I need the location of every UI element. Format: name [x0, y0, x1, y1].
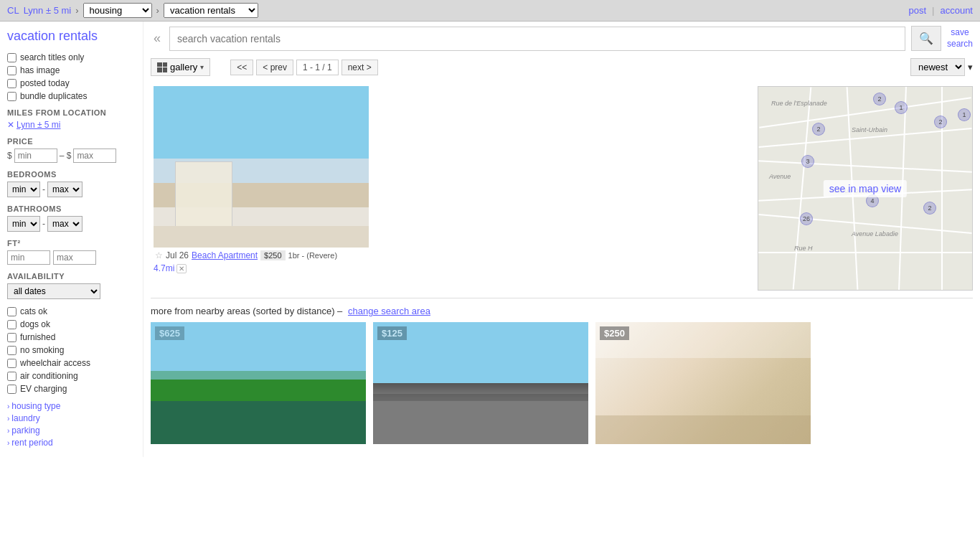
posted-today-label[interactable]: posted today: [20, 78, 70, 88]
location-tag-link[interactable]: Lynn ± 5 mi: [17, 120, 61, 130]
change-search-area-link[interactable]: change search area: [348, 306, 430, 316]
bedrooms-range: min - max: [7, 182, 136, 197]
cats-ok-checkbox[interactable]: [7, 307, 17, 316]
sort-caret-icon: ▾: [968, 62, 973, 72]
first-page-button[interactable]: <<: [230, 60, 253, 75]
nearby-card-3: $250: [595, 322, 811, 444]
category-dropdown[interactable]: housingapartmentsroomssublets: [83, 3, 152, 18]
parking-arrow-icon: ›: [7, 427, 9, 435]
gallery-label: gallery: [170, 62, 197, 72]
prev-page-button[interactable]: < prev: [256, 60, 293, 75]
price-min-input[interactable]: [14, 149, 57, 163]
separator1: ›: [75, 5, 78, 16]
price-max-input[interactable]: [73, 149, 116, 163]
cats-ok-label[interactable]: cats ok: [20, 306, 47, 316]
nearby-card-1-image[interactable]: $625: [151, 322, 366, 444]
search-icon: 🔍: [919, 32, 933, 44]
map-view-link[interactable]: see in map view: [824, 180, 907, 197]
ft2-min-input[interactable]: [7, 250, 50, 265]
search-titles-label[interactable]: search titles only: [20, 52, 84, 62]
no-smoking-checkbox[interactable]: [7, 346, 17, 355]
location-link[interactable]: Lynn ± 5 mi: [24, 5, 72, 16]
listing-title-link[interactable]: Beach Apartment: [192, 250, 258, 260]
gallery-caret-icon: ▾: [200, 63, 204, 71]
account-link[interactable]: account: [940, 5, 973, 16]
subcategory-dropdown[interactable]: vacation rentalsshort-term rentalslong-t…: [164, 3, 258, 18]
save-search-button[interactable]: save search: [947, 27, 973, 50]
ft2-max-input[interactable]: [53, 250, 96, 265]
bathrooms-label: BATHROOMS: [7, 204, 136, 213]
location-x-icon[interactable]: ✕: [7, 120, 14, 130]
cl-logo[interactable]: CL: [7, 5, 19, 16]
filter-has-image: has image: [7, 65, 136, 75]
section-divider: [151, 298, 973, 298]
nearby-section: more from nearby areas (sorted by distan…: [151, 306, 973, 451]
listings-grid: $250 ☆ Jul 26 Beach Apartment $250 1br -…: [151, 83, 750, 276]
bedrooms-max-select[interactable]: max: [47, 182, 83, 197]
listing-price-label: $250: [260, 250, 285, 260]
map-street-label2: Saint-Urbain: [852, 126, 887, 133]
wheelchair-label[interactable]: wheelchair access: [20, 358, 90, 368]
laundry-arrow-icon: ›: [7, 415, 9, 423]
filter-posted-today: posted today: [7, 78, 136, 88]
filter-furnished: furnished: [7, 332, 136, 342]
dogs-ok-label[interactable]: dogs ok: [20, 319, 50, 329]
listing-favorite-icon[interactable]: ☆: [155, 250, 163, 260]
ac-checkbox[interactable]: [7, 372, 17, 381]
search-input[interactable]: [169, 27, 905, 51]
separator2: ›: [156, 5, 159, 16]
search-button[interactable]: 🔍: [911, 26, 941, 51]
map-dot: 2: [812, 123, 825, 136]
no-smoking-label[interactable]: no smoking: [20, 345, 64, 355]
furnished-label[interactable]: furnished: [20, 332, 55, 342]
posted-today-checkbox[interactable]: [7, 79, 17, 88]
nearby-card-2-image[interactable]: $125: [373, 322, 588, 444]
map-dot: 2: [934, 116, 947, 128]
bundle-duplicates-label[interactable]: bundle duplicates: [20, 91, 87, 101]
search-titles-checkbox[interactable]: [7, 53, 17, 62]
ev-label[interactable]: EV charging: [20, 384, 67, 394]
ac-label[interactable]: air conditioning: [20, 371, 78, 381]
page-info: 1 - 1 / 1: [296, 60, 339, 75]
ev-checkbox[interactable]: [7, 385, 17, 394]
nearby-card-3-image[interactable]: $250: [595, 322, 811, 444]
listing-image-wrap[interactable]: $250: [154, 86, 369, 248]
housing-type-arrow-icon: ›: [7, 402, 9, 410]
sort-select[interactable]: newest oldest price ↑ price ↓: [910, 58, 965, 76]
wheelchair-checkbox[interactable]: [7, 359, 17, 368]
filter-search-titles: search titles only: [7, 52, 136, 62]
post-link[interactable]: post: [908, 5, 926, 16]
content-area: « 🔍 save search gallery ▾ << < prev 1 - …: [143, 22, 980, 457]
parking-label: parking: [11, 425, 39, 435]
dogs-ok-checkbox[interactable]: [7, 320, 17, 329]
bathrooms-max-select[interactable]: max: [47, 216, 83, 232]
map-street-label5: Rue H: [794, 245, 813, 252]
listing-date: Jul 26: [166, 250, 189, 260]
has-image-label[interactable]: has image: [20, 65, 60, 75]
listing-distance-value: 4.7mi: [154, 263, 174, 273]
sidebar-title: vacation rentals: [7, 29, 136, 44]
filter-bundle-dupes: bundle duplicates: [7, 91, 136, 101]
map-street-label: Rue de l'Esplanade: [771, 100, 827, 107]
furnished-checkbox[interactable]: [7, 333, 17, 342]
gallery-button[interactable]: gallery ▾: [151, 58, 210, 76]
main-layout: vacation rentals search titles only has …: [0, 22, 980, 457]
price-range: $ – $: [7, 149, 136, 163]
map-area[interactable]: Rue de l'Esplanade Saint-Urbain Avenue A…: [758, 86, 973, 291]
bathrooms-range: min - max: [7, 216, 136, 232]
filter-cats-ok: cats ok: [7, 306, 136, 316]
sidebar-item-housing-type[interactable]: › housing type: [7, 401, 136, 411]
listing-distance-close-icon[interactable]: ✕: [176, 264, 187, 273]
bundle-duplicates-checkbox[interactable]: [7, 92, 17, 101]
has-image-checkbox[interactable]: [7, 66, 17, 75]
collapse-sidebar-button[interactable]: «: [151, 31, 164, 46]
next-page-button[interactable]: next >: [341, 60, 378, 75]
bathrooms-min-select[interactable]: min: [7, 216, 40, 232]
sidebar-item-rent-period[interactable]: › rent period: [7, 438, 136, 448]
bedrooms-min-select[interactable]: min: [7, 182, 40, 197]
map-street-label6: Avenue Labadie: [852, 230, 898, 237]
sidebar-item-parking[interactable]: › parking: [7, 425, 136, 435]
map-dot: 1: [895, 101, 908, 114]
availability-select[interactable]: all dates: [7, 283, 100, 299]
sidebar-item-laundry[interactable]: › laundry: [7, 413, 136, 423]
